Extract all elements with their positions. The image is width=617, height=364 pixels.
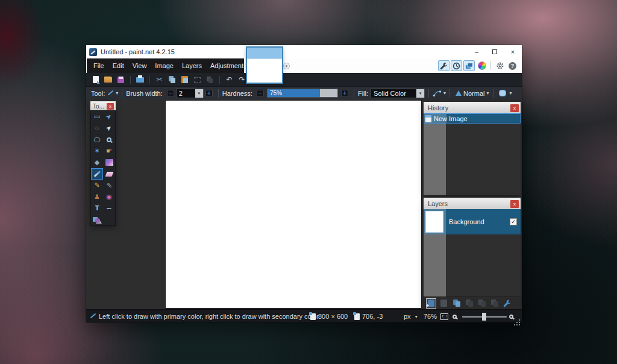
tool-text[interactable]: T	[91, 202, 103, 214]
tool-move-selection[interactable]: ➤	[103, 122, 115, 134]
tool-clone-stamp[interactable]: ♟	[91, 191, 103, 202]
history-item-new-image[interactable]: New Image	[424, 113, 521, 124]
close-button[interactable]: ×	[504, 45, 522, 58]
print-button[interactable]	[135, 75, 145, 85]
hardness-slider[interactable]: 75%	[267, 89, 338, 98]
menu-file[interactable]: File	[89, 58, 108, 73]
tool-eraser[interactable]	[103, 168, 115, 180]
tool-color-picker[interactable]: ✐	[103, 180, 115, 191]
maximize-button[interactable]	[486, 45, 504, 58]
selection-mode-dropdown-caret[interactable]: ▾	[510, 90, 512, 96]
printer-icon	[136, 77, 144, 83]
history-panel-body	[424, 124, 521, 195]
add-layer-button[interactable]: +	[426, 298, 436, 309]
tool-dropdown-caret[interactable]: ▾	[116, 90, 118, 96]
tool-paintbrush[interactable]	[91, 168, 103, 180]
layer-visibility-checkbox[interactable]: ✓	[510, 218, 517, 225]
zoom-slider[interactable]	[462, 316, 507, 318]
move-layer-up-button[interactable]	[477, 298, 487, 309]
hardness-decrease-button[interactable]: −	[257, 90, 264, 97]
history-panel-toggle[interactable]	[451, 60, 462, 71]
selection-mode-icon[interactable]	[499, 90, 506, 96]
layers-panel-toggle[interactable]	[463, 60, 475, 71]
tools-palette-title-bar[interactable]: To... x	[90, 101, 116, 110]
settings-button[interactable]	[494, 60, 506, 71]
new-image-icon	[425, 115, 431, 122]
units-dropdown-caret[interactable]: ▾	[415, 314, 418, 319]
tools-panel-toggle[interactable]	[438, 60, 449, 71]
zoom-out-button[interactable]: −	[453, 315, 457, 319]
tool-pencil[interactable]: ✎	[91, 180, 103, 191]
tool-recolor[interactable]: ◉	[103, 191, 115, 202]
move-layer-down-button[interactable]	[489, 298, 500, 309]
tool-gradient[interactable]	[103, 157, 115, 168]
duplicate-layer-button[interactable]	[451, 298, 462, 309]
tool-magic-wand[interactable]: ✶	[91, 145, 103, 157]
paste-button[interactable]	[180, 75, 190, 85]
brush-width-decrease-button[interactable]: −	[167, 90, 174, 97]
status-brush-icon	[90, 313, 96, 319]
save-floppy-icon	[117, 77, 124, 83]
brush-width-dropdown-arrow[interactable]: ▾	[195, 89, 203, 98]
deselect-button[interactable]	[205, 75, 215, 85]
fill-select[interactable]: Solid Color ▾	[371, 89, 425, 98]
tool-zoom[interactable]	[103, 134, 115, 145]
hardness-increase-button[interactable]: +	[341, 90, 348, 97]
tool-move-selected-pixels[interactable]: ➤	[103, 111, 115, 122]
antialiasing-icon[interactable]	[433, 89, 442, 97]
menu-adjustments[interactable]: Adjustments	[206, 58, 251, 73]
toolbar-separator	[219, 76, 220, 84]
colors-panel-toggle[interactable]	[476, 60, 487, 71]
tool-ellipse-select[interactable]: ◯	[91, 134, 103, 145]
blend-mode-dropdown-caret[interactable]: ▾	[487, 90, 489, 96]
tool-rectangle-select[interactable]: ▭	[91, 111, 103, 122]
canvas[interactable]	[166, 101, 421, 308]
copy-button[interactable]	[167, 75, 177, 85]
tools-palette-close-button[interactable]: x	[107, 103, 114, 110]
minimize-button[interactable]: –	[468, 45, 486, 58]
layers-panel-close-button[interactable]: x	[510, 200, 519, 208]
layers-panel-buttons: +	[424, 297, 521, 309]
layer-properties-button[interactable]	[502, 298, 512, 309]
tool-paint-bucket[interactable]: ◆	[91, 157, 103, 168]
cut-button[interactable]: ✂	[154, 75, 164, 85]
fill-dropdown-arrow[interactable]: ▾	[416, 89, 424, 98]
image-list-chevron-button[interactable]: ▾	[283, 63, 290, 69]
undo-button[interactable]: ↶	[224, 75, 234, 85]
menu-edit[interactable]: Edit	[108, 58, 128, 73]
history-panel-title-bar[interactable]: History x	[424, 102, 521, 113]
delete-layer-button[interactable]	[439, 298, 449, 309]
brush-width-increase-button[interactable]: +	[205, 90, 213, 97]
tool-label: Tool:	[91, 90, 105, 97]
resize-grip[interactable]	[519, 319, 520, 321]
fill-value: Solid Color	[371, 90, 416, 97]
tool-shapes[interactable]	[91, 214, 103, 225]
antialiasing-dropdown-caret[interactable]: ▾	[443, 90, 446, 96]
tool-pan[interactable]: ☛	[103, 145, 115, 157]
menu-layers[interactable]: Layers	[178, 58, 206, 73]
crop-button[interactable]	[192, 75, 202, 85]
help-button[interactable]: ?	[507, 60, 518, 71]
menu-image[interactable]: Image	[151, 58, 178, 73]
open-button[interactable]	[103, 75, 113, 85]
brush-width-combo[interactable]: 2 ▾	[176, 89, 204, 98]
zoom-slider-thumb[interactable]	[482, 313, 486, 321]
menu-view[interactable]: View	[128, 58, 151, 73]
layer-row-background[interactable]: Background ✓	[424, 209, 521, 234]
tools-grid-empty-cell	[103, 214, 115, 225]
units-select[interactable]: px	[404, 313, 411, 320]
zoom-in-button[interactable]: +	[509, 315, 513, 319]
save-button[interactable]	[116, 75, 126, 85]
layers-panel-title-bar[interactable]: Layers x	[424, 198, 521, 209]
fit-window-button[interactable]	[440, 313, 448, 320]
duplicate-layer-icon	[453, 300, 460, 307]
tool-line-curve[interactable]: ~	[103, 202, 115, 214]
new-button[interactable]	[90, 75, 101, 85]
history-panel-close-button[interactable]: x	[510, 104, 519, 112]
tool-lasso-select[interactable]: ◌	[91, 122, 103, 134]
image-tab[interactable]	[246, 46, 283, 84]
merge-layer-down-button[interactable]	[464, 298, 474, 309]
status-bar: Left click to draw with primary color, r…	[86, 309, 522, 322]
blend-mode-value[interactable]: Normal	[463, 90, 484, 97]
toolbar: ✂ ↶ ↷ #	[86, 73, 522, 86]
